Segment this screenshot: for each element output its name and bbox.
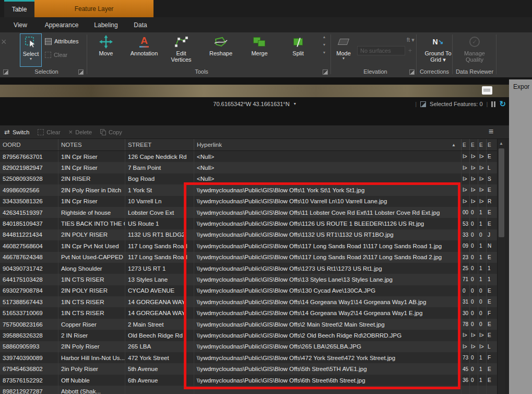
table-cell[interactable]: \\ywdmycloudnas\Public\GIS\Blow Offs\13 … [194,274,462,285]
table-cell[interactable]: <Null> [194,162,462,173]
table-cell[interactable]: 0 [470,218,478,229]
edit-vertices-button[interactable]: Edit Vertices [166,33,196,67]
table-cell[interactable]: 1IN CTS RISER [58,296,125,307]
table-cell[interactable]: 5th Avenue [125,363,194,374]
table-row[interactable]: 757500823166Copper Riser2 Main Street\\y… [0,319,497,330]
table-cell[interactable]: I> [478,330,487,341]
table-row[interactable]: 8290219829471IN Cpr Riser7 Barn Point<Nu… [0,162,497,173]
table-cell[interactable]: 0 [470,285,478,296]
table-cell[interactable]: I> [478,162,487,173]
table-cell[interactable]: \\ywdmycloudnas\Public\GIS\Blow Offs\5th… [194,363,462,374]
table-cell[interactable]: 1 [478,274,487,285]
table-cell[interactable]: 0 [470,252,478,263]
table-cell[interactable]: 644175103428 [0,274,58,285]
table-row[interactable]: 898212927287Abbott (Shak... [0,386,497,394]
table-cell[interactable]: 126 Cape Neddick Rd [125,151,194,162]
table-cell[interactable]: 1132 US RT1 BLDG2 [125,229,194,240]
table-cell[interactable]: E [487,285,495,296]
table-cell[interactable]: 1 [487,263,495,274]
table-cell[interactable]: I> [462,151,470,162]
table-cell[interactable]: 6th Avenue [125,375,194,386]
table-cell[interactable]: 1 York St [125,184,194,195]
table-cell[interactable]: 840185109437 [0,218,58,229]
table-cell[interactable]: 460827568604 [0,240,58,251]
table-cell[interactable]: 10 Varrell Ln [125,196,194,207]
table-cell[interactable]: 517388567443 [0,296,58,307]
table-cell[interactable]: \\ywdmycloudnas\Public\GIS\Blow Offs\2 M… [194,319,462,330]
table-cell[interactable]: I> [470,173,478,184]
table-cell[interactable]: Copper Riser [58,319,125,330]
table-cell[interactable]: I> [470,196,478,207]
table-cell[interactable]: 679454636802 [0,363,58,374]
tools-gallery-scroll[interactable]: ▴ ▾ ▾ [320,34,329,55]
table-cell[interactable]: I> [470,184,478,195]
table-cell[interactable]: 1 [478,375,487,386]
table-cell[interactable]: \\ywdmycloudnas\Public\GIS\Blow Offs\1 Y… [194,184,462,195]
elevation-option-icon[interactable]: + [408,47,412,54]
table-cell[interactable]: 0 [470,352,478,363]
table-cell[interactable]: 334335081326 [0,196,58,207]
table-cell[interactable]: \\ywdmycloudnas\Public\GIS\Blow Offs\113… [194,229,462,240]
table-cell[interactable]: E [487,375,495,386]
table-cell[interactable]: 1IN Cpr Riser [58,162,125,173]
table-cell[interactable]: 873576152292 [0,375,58,386]
table-cell[interactable]: I> [470,162,478,173]
table-cell[interactable] [462,386,470,394]
table-cell[interactable]: 14 GORGEANA WAY [125,296,194,307]
table-cell[interactable]: I> [462,341,470,352]
table-cell[interactable]: E [487,330,495,341]
table-cell[interactable]: \\ywdmycloudnas\Public\GIS\Blow Offs\14 … [194,307,462,318]
tab-group-table[interactable]: Table [4,0,34,17]
table-cell[interactable]: \\ywdmycloudnas\Public\GIS\Blow Offs\11 … [194,207,462,218]
table-cell[interactable]: E [487,319,495,330]
table-cell[interactable]: 265 LBA [125,341,194,352]
split-button[interactable]: Split [282,33,314,67]
table-cell[interactable]: US Route 1 [125,218,194,229]
table-cell[interactable]: 00 [462,207,470,218]
table-cell[interactable]: 0 [478,319,487,330]
table-cell[interactable] [194,386,462,394]
table-cell[interactable] [487,386,495,394]
table-cell[interactable]: 2IN Poly Riser in Ditch [58,184,125,195]
delete-icon[interactable]: × [1,37,7,48]
table-row[interactable]: 5250809359282IN RISERBog Road<Null>I>I>I… [0,173,497,184]
table-row[interactable]: 5173885674431IN CTS RISER14 GORGEANA WAY… [0,296,497,307]
table-cell[interactable]: <Null> [194,173,462,184]
table-cell[interactable]: <Null> [194,151,462,162]
table-row[interactable]: 5165337100691IN CTS RISER14 GORGEANA WAY… [0,307,497,318]
table-cell[interactable]: 472 York Street [125,352,194,363]
table-cell[interactable]: 2IN POLY RISER [58,229,125,240]
table-cell[interactable]: I> [470,151,478,162]
column-header-e[interactable]: E [487,139,495,150]
table-cell[interactable]: Abbott (Shak... [58,386,125,394]
menu-icon[interactable]: ≡ [489,127,493,136]
table-cell[interactable]: 0 [478,307,487,318]
table-cell[interactable]: TIES BACK INTO THE O... [58,218,125,229]
table-cell[interactable]: 1 [478,363,487,374]
table-cell[interactable]: \\ywdmycloudnas\Public\GIS\Blow Offs\112… [194,218,462,229]
table-row[interactable]: 3343350813261IN Cpr Riser10 Varrell Ln\\… [0,196,497,207]
table-cell[interactable]: 78 [462,319,470,330]
table-row[interactable]: 8448112214342IN POLY RISER1132 US RT1 BL… [0,229,497,240]
table-cell[interactable]: 36 [462,375,470,386]
switch-button[interactable]: ⇄ Switch [4,129,29,135]
column-header-e[interactable]: E [470,139,478,150]
dialog-launcher-icon[interactable] [78,69,84,75]
clear-button[interactable]: Clear [38,129,60,135]
delete-button[interactable]: × Delete [69,129,92,135]
table-cell[interactable]: 0 [470,263,478,274]
table-cell[interactable]: 1 [478,207,487,218]
table-cell[interactable]: 0 [470,240,478,251]
table-cell[interactable]: \\ywdmycloudnas\Public\GIS\Blow Offs\2 O… [194,330,462,341]
column-header-coord[interactable]: OORD [0,139,58,150]
vertical-scrollbar[interactable]: ▲ [497,139,505,394]
column-header-e[interactable]: E [462,139,470,150]
map-imagery-strip[interactable] [0,85,509,97]
table-cell[interactable]: 13 Styles Lane [125,274,194,285]
table-cell[interactable]: 09 [462,240,470,251]
table-cell[interactable]: Lobster Cove Ext [125,207,194,218]
table-cell[interactable]: 2IN RISER [58,173,125,184]
table-cell[interactable]: 1IN CTS RISER [58,307,125,318]
table-cell[interactable]: 466787624348 [0,252,58,263]
table-cell[interactable]: 1 [478,218,487,229]
